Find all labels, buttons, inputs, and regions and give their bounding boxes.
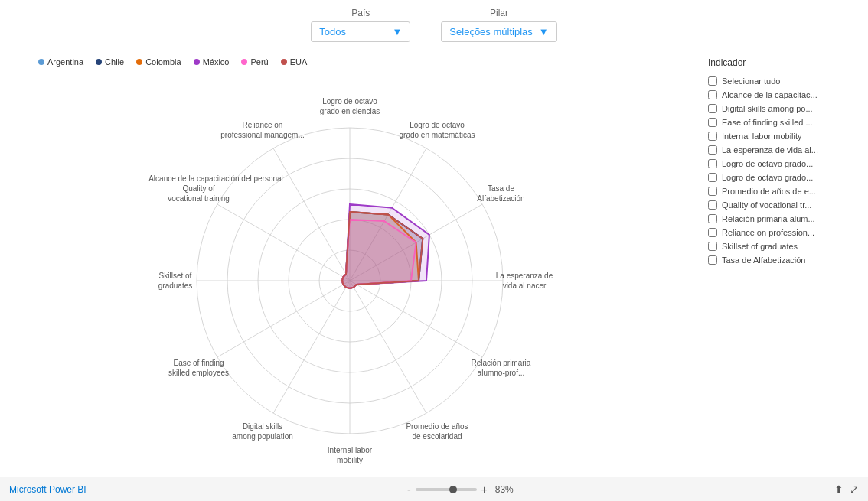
radar-axis-label: Ease of findingskilled employees [168,359,229,377]
pilar-label: Pilar [490,8,508,18]
legend-color-dot [241,59,247,65]
checkbox-item[interactable]: Skillset of graduates [708,239,860,253]
right-panel: Indicador Selecionar tudoAlcance de la c… [700,50,868,477]
zoom-slider-thumb[interactable] [449,486,457,493]
checkbox-item[interactable]: Internal labor mobility [708,129,860,143]
radar-axis-label: Skillset ofgraduates [158,272,192,290]
radar-axis-label: Logro de octavogrado en matemáticas [400,120,475,138]
checkbox-item[interactable]: Logro de octavo grado... [708,171,860,184]
legend: ArgentinaChileColombiaMéxicoPerúEUA [8,57,692,74]
svg-line-9 [350,281,482,357]
checkbox-label: Ease of finding skilled ... [722,118,813,127]
indicador-title: Indicador [708,57,860,68]
checkbox-label: Digital skills among po... [722,104,813,113]
svg-line-10 [350,281,426,413]
svg-line-16 [273,148,350,281]
legend-label: Perú [250,57,268,67]
pilar-filter-group: Pilar Seleções múltiplas ▼ [441,8,556,42]
checkbox-label: Promedio de años de e... [722,187,816,196]
main-container: País Todos ▼ Pilar Seleções múltiplas ▼ … [0,0,868,501]
legend-item-colombia: Colombia [136,57,181,67]
top-bar: País Todos ▼ Pilar Seleções múltiplas ▼ [0,0,868,50]
checkbox-input[interactable] [708,132,717,141]
checkbox-input[interactable] [708,90,717,99]
radar-axis-label: Tasa deAlfabetización [477,184,524,203]
legend-item-méxico: México [194,57,230,67]
share-icon[interactable]: ⬆ [834,483,844,496]
checkbox-item[interactable]: Digital skills among po... [708,102,860,115]
checkbox-input[interactable] [708,76,717,86]
pilar-dropdown[interactable]: Seleções múltiplas ▼ [441,21,556,42]
radar-axis-label: Quality ofvocational training [168,184,230,203]
checkbox-input[interactable] [708,200,717,210]
expand-icon[interactable]: ⤢ [850,483,859,496]
chart-area: ArgentinaChileColombiaMéxicoPerúEUA Logr… [0,50,700,477]
checkbox-input[interactable] [708,242,717,251]
checkbox-label: Internal labor mobility [722,132,802,141]
checkbox-item[interactable]: Quality of vocational tr... [708,198,860,212]
extra-label: Alcance de la capacitación del personal [148,174,283,183]
zoom-out-button[interactable]: - [407,483,411,496]
checkbox-label: La esperanza de vida al... [722,145,818,155]
zoom-slider[interactable] [416,488,477,491]
pais-value: Todos [319,26,346,37]
bottom-bar: Microsoft Power BI - + 83% ⬆ ⤢ [0,477,868,501]
checkbox-input[interactable] [708,145,717,155]
zoom-percent: 83% [495,484,514,495]
bottom-icons: ⬆ ⤢ [834,483,859,496]
checkbox-list: Selecionar tudoAlcance de la capacitac..… [708,74,860,267]
checkbox-item[interactable]: Promedio de años de e... [708,184,860,198]
checkbox-input[interactable] [708,255,717,265]
legend-label: Chile [105,57,124,67]
svg-line-12 [273,281,350,413]
checkbox-label: Selecionar tudo [722,76,780,86]
radar-axis-label: Reliance onprofessional managem... [220,120,305,138]
pais-chevron-icon: ▼ [392,26,402,37]
legend-item-eua: EUA [281,57,308,67]
legend-color-dot [96,59,102,65]
radar-chart: Logro de octavogrado en cienciasLogro de… [21,74,679,464]
checkbox-item[interactable]: Logro de octavo grado... [708,157,860,171]
radar-axis-label: Relación primariaalumno-prof... [472,359,531,377]
checkbox-item[interactable]: Tasa de Alfabetización [708,253,860,267]
checkbox-input[interactable] [708,104,717,113]
radar-axis-label: Digital skillsamong population [232,422,293,441]
checkbox-label: Relación primaria alum... [722,214,815,223]
checkbox-label: Quality of vocational tr... [722,200,811,210]
powerbi-link[interactable]: Microsoft Power BI [9,484,86,495]
checkbox-input[interactable] [708,118,717,127]
checkbox-item[interactable]: Selecionar tudo [708,74,860,88]
checkbox-item[interactable]: Relación primaria alum... [708,212,860,226]
legend-color-dot [281,59,287,65]
checkbox-item[interactable]: Reliance on profession... [708,226,860,239]
radar-axis-label: Logro de octavogrado en ciencias [320,97,380,115]
checkbox-item[interactable]: Ease of finding skilled ... [708,115,860,129]
checkbox-input[interactable] [708,159,717,168]
checkbox-item[interactable]: Alcance de la capacitac... [708,88,860,102]
checkbox-label: Alcance de la capacitac... [722,90,817,99]
checkbox-label: Logro de octavo grado... [722,159,813,168]
svg-line-15 [217,204,350,281]
checkbox-input[interactable] [708,173,717,182]
svg-line-13 [217,281,350,357]
checkbox-item[interactable]: La esperanza de vida al... [708,143,860,157]
zoom-in-button[interactable]: + [481,483,488,496]
legend-color-dot [38,59,44,65]
legend-item-argentina: Argentina [38,57,83,67]
checkbox-input[interactable] [708,187,717,196]
checkbox-label: Reliance on profession... [722,228,814,237]
legend-color-dot [194,59,200,65]
radar-axis-label: Promedio de añosde escolaridad [406,422,468,441]
checkbox-label: Logro de octavo grado... [722,173,813,182]
zoom-controls: - + 83% [407,483,514,496]
legend-label: EUA [290,57,308,67]
checkbox-input[interactable] [708,228,717,237]
legend-label: México [203,57,230,67]
checkbox-input[interactable] [708,214,717,223]
pais-dropdown[interactable]: Todos ▼ [311,21,410,42]
content-area: ArgentinaChileColombiaMéxicoPerúEUA Logr… [0,50,868,477]
legend-item-chile: Chile [96,57,124,67]
pilar-value: Seleções múltiplas [449,26,532,37]
legend-label: Argentina [47,57,83,67]
checkbox-label: Skillset of graduates [722,242,798,251]
